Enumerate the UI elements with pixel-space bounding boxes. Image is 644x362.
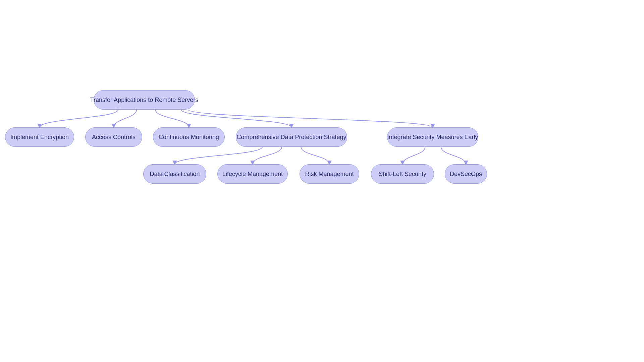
- node-lifecycle: Lifecycle Management: [217, 164, 288, 184]
- edge-root-integrateEarly: [188, 110, 433, 127]
- node-integrateEarly: Integrate Security Measures Early: [387, 127, 478, 147]
- edge-dataProtection-risk: [301, 147, 329, 164]
- edge-root-monitoring: [155, 110, 189, 127]
- node-root: Transfer Applications to Remote Servers: [94, 90, 195, 110]
- edge-dataProtection-lifecycle: [253, 147, 282, 164]
- node-encryption: Implement Encryption: [5, 127, 74, 147]
- node-devsecops: DevSecOps: [445, 164, 487, 184]
- node-access: Access Controls: [85, 127, 142, 147]
- node-shiftLeft: Shift-Left Security: [371, 164, 434, 184]
- edge-integrateEarly-shiftLeft: [402, 147, 425, 164]
- edge-dataProtection-classification: [175, 147, 262, 164]
- edge-integrateEarly-devsecops: [441, 147, 466, 164]
- edge-root-dataProtection: [181, 110, 291, 127]
- node-risk: Risk Management: [300, 164, 359, 184]
- node-dataProtection: Comprehensive Data Protection Strategy: [236, 127, 347, 147]
- edge-root-access: [114, 110, 137, 127]
- node-monitoring: Continuous Monitoring: [153, 127, 225, 147]
- edge-root-encryption: [40, 110, 118, 127]
- node-classification: Data Classification: [143, 164, 206, 184]
